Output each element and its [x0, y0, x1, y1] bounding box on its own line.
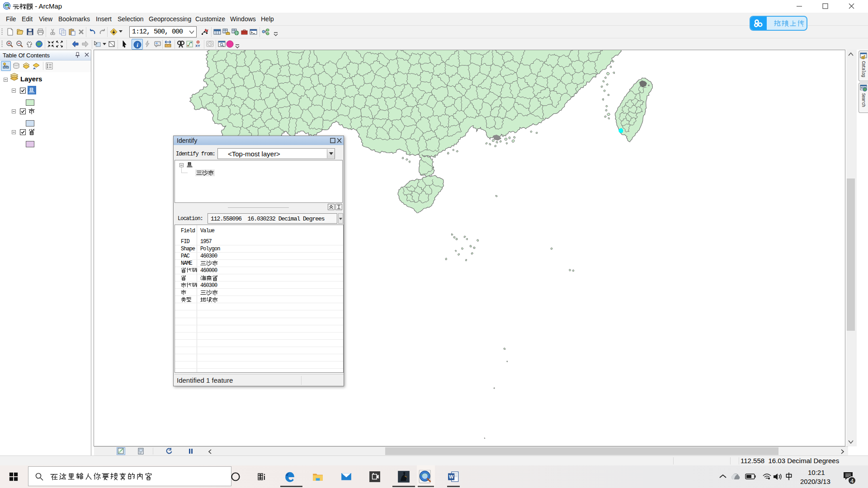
- svg-text:i: i: [137, 42, 138, 48]
- svg-text:XY: XY: [195, 44, 200, 48]
- svg-text:W: W: [449, 474, 454, 479]
